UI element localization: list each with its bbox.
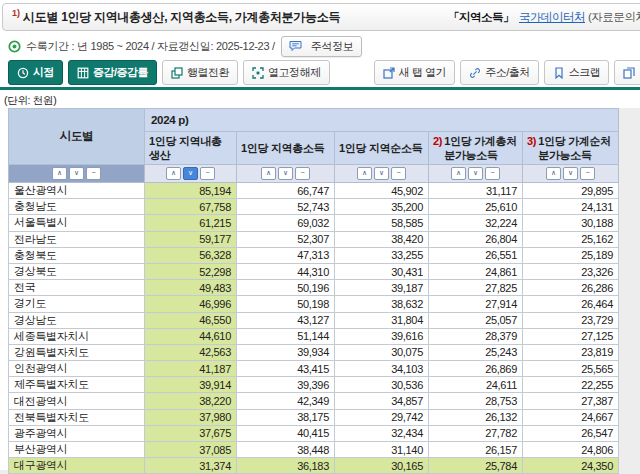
sort-descending-button[interactable]: ∨ — [69, 167, 84, 180]
region-cell[interactable]: 전라남도 — [9, 231, 145, 247]
sort-clear-button[interactable]: − — [200, 167, 215, 180]
value-cell[interactable]: 30,536 — [335, 377, 429, 393]
value-cell[interactable]: 52,743 — [237, 199, 335, 215]
change-rate-button[interactable]: 증감/증감률 — [68, 60, 157, 85]
region-cell[interactable]: 충청남도 — [9, 199, 145, 215]
value-cell[interactable]: 52,298 — [145, 263, 237, 279]
value-cell[interactable]: 30,188 — [523, 215, 619, 231]
value-cell[interactable]: 27,125 — [523, 328, 619, 344]
value-cell[interactable]: 38,632 — [335, 296, 429, 312]
value-cell[interactable]: 22,255 — [523, 377, 619, 393]
region-cell[interactable]: 전국 — [9, 280, 145, 296]
value-cell[interactable]: 27,825 — [429, 280, 523, 296]
value-cell[interactable]: 49,483 — [145, 280, 237, 296]
value-cell[interactable]: 26,551 — [429, 247, 523, 263]
value-cell[interactable]: 37,980 — [145, 409, 237, 425]
value-cell[interactable]: 50,198 — [237, 296, 335, 312]
value-cell[interactable]: 29,895 — [523, 183, 619, 199]
copy-table-button[interactable]: 통계표 복사/공 — [614, 60, 640, 85]
value-cell[interactable]: 51,144 — [237, 328, 335, 344]
value-cell[interactable]: 42,349 — [237, 393, 335, 409]
sort-ascending-button[interactable]: ∧ — [357, 167, 372, 180]
region-cell[interactable]: 서울특별시 — [9, 215, 145, 231]
value-cell[interactable]: 25,565 — [523, 361, 619, 377]
value-cell[interactable]: 36,183 — [237, 458, 335, 474]
value-cell[interactable]: 33,255 — [335, 247, 429, 263]
value-cell[interactable]: 58,585 — [335, 215, 429, 231]
value-cell[interactable]: 23,326 — [523, 263, 619, 279]
value-cell[interactable]: 28,753 — [429, 393, 523, 409]
value-cell[interactable]: 38,448 — [237, 442, 335, 458]
value-cell[interactable]: 35,200 — [335, 199, 429, 215]
value-cell[interactable]: 24,806 — [523, 442, 619, 458]
region-cell[interactable]: 제주특별자치도 — [9, 377, 145, 393]
value-cell[interactable]: 27,914 — [429, 296, 523, 312]
value-cell[interactable]: 34,857 — [335, 393, 429, 409]
region-cell[interactable]: 광주광역시 — [9, 425, 145, 441]
value-cell[interactable]: 43,127 — [237, 312, 335, 328]
value-cell[interactable]: 46,550 — [145, 312, 237, 328]
value-cell[interactable]: 25,189 — [523, 247, 619, 263]
region-cell[interactable]: 인천광역시 — [9, 361, 145, 377]
value-cell[interactable]: 42,563 — [145, 344, 237, 360]
value-cell[interactable]: 26,804 — [429, 231, 523, 247]
region-cell[interactable]: 세종특별자치시 — [9, 328, 145, 344]
value-cell[interactable]: 47,313 — [237, 247, 335, 263]
value-cell[interactable]: 66,747 — [237, 183, 335, 199]
value-cell[interactable]: 50,196 — [237, 280, 335, 296]
value-cell[interactable]: 27,387 — [523, 393, 619, 409]
sort-ascending-button[interactable]: ∧ — [166, 167, 181, 180]
sort-descending-button[interactable]: ∨ — [278, 167, 293, 180]
region-cell[interactable]: 대전광역시 — [9, 393, 145, 409]
value-cell[interactable]: 40,415 — [237, 425, 335, 441]
region-cell[interactable]: 충청북도 — [9, 247, 145, 263]
region-cell[interactable]: 부산광역시 — [9, 442, 145, 458]
value-cell[interactable]: 25,610 — [429, 199, 523, 215]
sort-descending-button[interactable]: ∨ — [563, 167, 578, 180]
region-cell[interactable]: 경기도 — [9, 296, 145, 312]
value-cell[interactable]: 34,103 — [335, 361, 429, 377]
value-cell[interactable]: 24,350 — [523, 458, 619, 474]
region-cell[interactable]: 경상남도 — [9, 312, 145, 328]
source-agency-link[interactable]: 국가데이터처 — [519, 10, 585, 25]
annotation-button[interactable]: 주석정보 — [281, 36, 362, 57]
value-cell[interactable]: 25,057 — [429, 312, 523, 328]
value-cell[interactable]: 39,396 — [237, 377, 335, 393]
value-cell[interactable]: 25,243 — [429, 344, 523, 360]
value-cell[interactable]: 23,819 — [523, 344, 619, 360]
value-cell[interactable]: 69,032 — [237, 215, 335, 231]
value-cell[interactable]: 23,729 — [523, 312, 619, 328]
value-cell[interactable]: 26,547 — [523, 425, 619, 441]
value-cell[interactable]: 26,157 — [429, 442, 523, 458]
value-cell[interactable]: 26,286 — [523, 280, 619, 296]
value-cell[interactable]: 39,934 — [237, 344, 335, 360]
value-cell[interactable]: 31,140 — [335, 442, 429, 458]
value-cell[interactable]: 43,415 — [237, 361, 335, 377]
value-cell[interactable]: 39,187 — [335, 280, 429, 296]
transpose-button[interactable]: 행렬전환 — [162, 60, 238, 85]
value-cell[interactable]: 31,117 — [429, 183, 523, 199]
value-cell[interactable]: 24,131 — [523, 199, 619, 215]
value-cell[interactable]: 24,861 — [429, 263, 523, 279]
value-cell[interactable]: 31,804 — [335, 312, 429, 328]
sort-clear-button[interactable]: − — [485, 167, 500, 180]
value-cell[interactable]: 45,902 — [335, 183, 429, 199]
value-cell[interactable]: 37,085 — [145, 442, 237, 458]
value-cell[interactable]: 39,616 — [335, 328, 429, 344]
value-cell[interactable]: 30,075 — [335, 344, 429, 360]
value-cell[interactable]: 52,307 — [237, 231, 335, 247]
value-cell[interactable]: 25,162 — [523, 231, 619, 247]
scrap-button[interactable]: 스크랩 — [544, 60, 610, 85]
value-cell[interactable]: 25,784 — [429, 458, 523, 474]
value-cell[interactable]: 44,310 — [237, 263, 335, 279]
sort-clear-button[interactable]: − — [295, 167, 310, 180]
unfreeze-columns-button[interactable]: 열고정해제 — [243, 60, 330, 85]
value-cell[interactable]: 59,177 — [145, 231, 237, 247]
value-cell[interactable]: 39,914 — [145, 377, 237, 393]
region-cell[interactable]: 대구광역시 — [9, 458, 145, 474]
value-cell[interactable]: 30,165 — [335, 458, 429, 474]
value-cell[interactable]: 38,420 — [335, 231, 429, 247]
value-cell[interactable]: 37,675 — [145, 425, 237, 441]
address-source-button[interactable]: 주소/출처 — [460, 60, 539, 85]
value-cell[interactable]: 41,187 — [145, 361, 237, 377]
